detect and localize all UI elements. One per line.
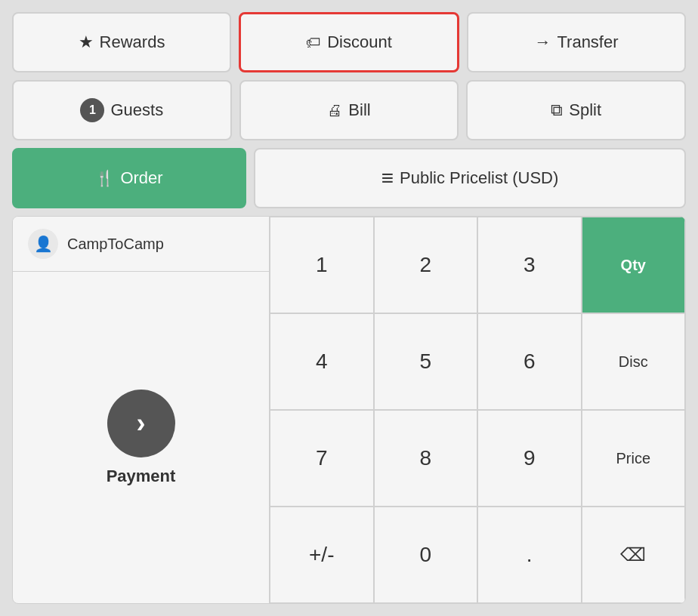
numpad-key-4[interactable]: 4 [270, 313, 374, 410]
split-label: Split [569, 100, 601, 120]
left-panel: CampToCamp › Payment [13, 217, 270, 603]
payment-label: Payment [107, 467, 176, 486]
payment-area: › Payment [13, 272, 269, 603]
bottom-section: CampToCamp › Payment 123Qty456Disc789Pri… [12, 216, 686, 604]
order-label: Order [120, 168, 162, 188]
numpad-key-5[interactable]: 5 [374, 313, 478, 410]
numpad-key-3[interactable]: 3 [477, 217, 582, 313]
numpad: 123Qty456Disc789Price+/-0.⌫ [270, 217, 685, 603]
person-icon [34, 235, 53, 253]
list-icon [381, 166, 394, 190]
row-3: Order Public Pricelist (USD) [12, 148, 686, 208]
main-container: Rewards Discount Transfer 1 Guests Bill … [0, 0, 698, 616]
guests-badge: 1 [80, 98, 104, 122]
star-icon [79, 32, 94, 52]
row-2: 1 Guests Bill Split [12, 80, 686, 140]
payment-button[interactable]: › [107, 390, 175, 457]
numpad-key-9[interactable]: 9 [477, 410, 582, 507]
arrow-icon [534, 32, 551, 52]
tag-icon [306, 32, 321, 52]
rewards-button[interactable]: Rewards [12, 12, 231, 72]
customer-row: CampToCamp [13, 217, 269, 272]
rewards-label: Rewards [100, 32, 165, 52]
numpad-key-1[interactable]: 1 [270, 217, 374, 313]
customer-name: CampToCamp [67, 236, 164, 253]
chevron-right-icon: › [137, 410, 146, 437]
order-button[interactable]: Order [12, 148, 246, 208]
numpad-key-7[interactable]: 7 [270, 410, 374, 507]
split-icon [551, 100, 563, 120]
fork-icon [95, 168, 114, 188]
numpad-key-8[interactable]: 8 [374, 410, 478, 507]
numpad-key-Price[interactable]: Price [582, 410, 686, 507]
numpad-key-_[interactable]: . [477, 507, 582, 603]
discount-button[interactable]: Discount [239, 12, 459, 72]
bill-label: Bill [348, 100, 370, 120]
transfer-button[interactable]: Transfer [467, 12, 686, 72]
numpad-key-0[interactable]: 0 [374, 507, 478, 603]
numpad-key-Qty[interactable]: Qty [582, 217, 686, 313]
guests-label: Guests [110, 100, 163, 120]
numpad-key-2[interactable]: 2 [374, 217, 478, 313]
numpad-key-_[interactable]: ⌫ [582, 507, 686, 603]
row-1: Rewards Discount Transfer [12, 12, 686, 72]
print-icon [327, 100, 342, 120]
pricelist-button[interactable]: Public Pricelist (USD) [254, 148, 686, 208]
transfer-label: Transfer [557, 32, 618, 52]
discount-label: Discount [327, 32, 392, 52]
numpad-key-6[interactable]: 6 [477, 313, 582, 410]
pricelist-label: Public Pricelist (USD) [400, 168, 558, 188]
guests-button[interactable]: 1 Guests [12, 80, 232, 140]
numpad-key-___[interactable]: +/- [270, 507, 374, 603]
numpad-key-Disc[interactable]: Disc [582, 313, 686, 410]
customer-icon [28, 229, 58, 259]
bill-button[interactable]: Bill [239, 80, 459, 140]
split-button[interactable]: Split [466, 80, 686, 140]
